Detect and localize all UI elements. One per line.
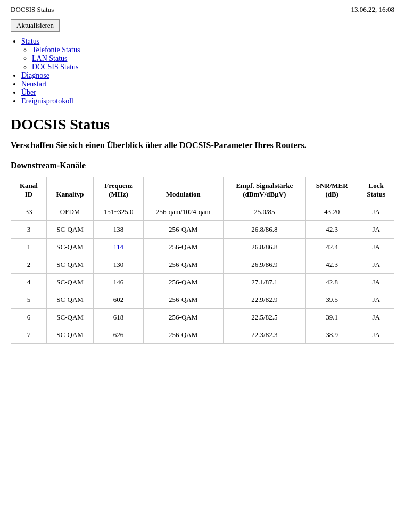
cell-kanal-id: 6 xyxy=(11,309,47,326)
nav-item: Über xyxy=(21,88,394,97)
cell-snr: 39.5 xyxy=(306,291,358,309)
cell-lock: JA xyxy=(358,309,394,326)
freq-link[interactable]: 114 xyxy=(113,243,123,251)
cell-kanaltyp: SC-QAM xyxy=(46,221,94,239)
nav-link[interactable]: Über xyxy=(21,88,36,96)
nav-item: StatusTelefonie StatusLAN StatusDOCSIS S… xyxy=(21,37,394,71)
cell-frequenz: 146 xyxy=(94,274,143,291)
cell-snr: 39.1 xyxy=(306,309,358,326)
cell-kanal-id: 5 xyxy=(11,291,47,309)
cell-snr: 38.9 xyxy=(306,326,358,344)
section-downstream-title: Downstream-Kanäle xyxy=(11,161,394,170)
cell-snr: 42.3 xyxy=(306,221,358,239)
cell-frequenz: 138 xyxy=(94,221,143,239)
cell-frequenz: 151~325.0 xyxy=(94,203,143,221)
table-header: Empf. Signalstärke(dBmV/dBµV) xyxy=(223,177,305,203)
nav-sub-link[interactable]: DOCSIS Status xyxy=(32,63,79,71)
cell-kanaltyp: SC-QAM xyxy=(46,291,94,309)
refresh-button[interactable]: Aktualisieren xyxy=(11,19,60,32)
table-header: Modulation xyxy=(143,177,223,203)
nav-sub-item: DOCSIS Status xyxy=(32,63,394,71)
cell-lock: JA xyxy=(358,291,394,309)
cell-snr: 42.3 xyxy=(306,256,358,274)
navigation: StatusTelefonie StatusLAN StatusDOCSIS S… xyxy=(11,37,394,105)
nav-link[interactable]: Ereignisprotokoll xyxy=(21,97,73,105)
nav-sub-link[interactable]: Telefonie Status xyxy=(32,46,80,54)
table-header: Kanaltyp xyxy=(46,177,94,203)
cell-lock: JA xyxy=(358,326,394,344)
table-row: 33OFDM151~325.0256-qam/1024-qam25.0/8543… xyxy=(11,203,394,221)
nav-item: Neustart xyxy=(21,80,394,88)
top-bar: DOCSIS Status 13.06.22, 16:08 xyxy=(11,5,394,14)
cell-signal: 26.9/86.9 xyxy=(223,256,305,274)
nav-sub-link[interactable]: LAN Status xyxy=(32,54,68,62)
cell-lock: JA xyxy=(358,274,394,291)
table-row: 5SC-QAM602256-QAM22.9/82.939.5JA xyxy=(11,291,394,309)
cell-kanaltyp: SC-QAM xyxy=(46,326,94,344)
cell-lock: JA xyxy=(358,256,394,274)
cell-lock: JA xyxy=(358,221,394,239)
nav-link[interactable]: Neustart xyxy=(21,80,46,88)
cell-frequenz: 114 xyxy=(94,239,143,256)
table-row: 7SC-QAM626256-QAM22.3/82.338.9JA xyxy=(11,326,394,344)
cell-kanal-id: 3 xyxy=(11,221,47,239)
cell-signal: 22.5/82.5 xyxy=(223,309,305,326)
cell-lock: JA xyxy=(358,203,394,221)
cell-modulation: 256-QAM xyxy=(143,221,223,239)
cell-signal: 27.1/87.1 xyxy=(223,274,305,291)
page-title: DOCSIS Status xyxy=(11,116,394,133)
cell-frequenz: 602 xyxy=(94,291,143,309)
app-title: DOCSIS Status xyxy=(11,5,54,14)
nav-link[interactable]: Diagnose xyxy=(21,71,49,79)
cell-signal: 25.0/85 xyxy=(223,203,305,221)
cell-lock: JA xyxy=(358,239,394,256)
cell-modulation: 256-QAM xyxy=(143,291,223,309)
table-header: SNR/MER(dB) xyxy=(306,177,358,203)
cell-modulation: 256-QAM xyxy=(143,256,223,274)
cell-signal: 26.8/86.8 xyxy=(223,239,305,256)
cell-kanal-id: 2 xyxy=(11,256,47,274)
cell-signal: 22.9/82.9 xyxy=(223,291,305,309)
table-row: 2SC-QAM130256-QAM26.9/86.942.3JA xyxy=(11,256,394,274)
datetime: 13.06.22, 16:08 xyxy=(351,5,394,14)
cell-signal: 22.3/82.3 xyxy=(223,326,305,344)
table-header: Frequenz(MHz) xyxy=(94,177,143,203)
table-row: 6SC-QAM618256-QAM22.5/82.539.1JA xyxy=(11,309,394,326)
table-header: LockStatus xyxy=(358,177,394,203)
downstream-table: KanalIDKanaltypFrequenz(MHz)ModulationEm… xyxy=(11,177,394,344)
cell-frequenz: 626 xyxy=(94,326,143,344)
cell-snr: 42.4 xyxy=(306,239,358,256)
table-row: 4SC-QAM146256-QAM27.1/87.142.8JA xyxy=(11,274,394,291)
cell-kanaltyp: OFDM xyxy=(46,203,94,221)
table-header: KanalID xyxy=(11,177,47,203)
cell-frequenz: 130 xyxy=(94,256,143,274)
nav-item: Ereignisprotokoll xyxy=(21,97,394,105)
cell-modulation: 256-QAM xyxy=(143,326,223,344)
cell-kanal-id: 7 xyxy=(11,326,47,344)
nav-sub-item: LAN Status xyxy=(32,54,394,63)
cell-kanaltyp: SC-QAM xyxy=(46,239,94,256)
cell-kanal-id: 33 xyxy=(11,203,47,221)
table-row: 1SC-QAM114256-QAM26.8/86.842.4JA xyxy=(11,239,394,256)
cell-modulation: 256-QAM xyxy=(143,274,223,291)
cell-modulation: 256-QAM xyxy=(143,239,223,256)
cell-signal: 26.8/86.8 xyxy=(223,221,305,239)
cell-kanaltyp: SC-QAM xyxy=(46,256,94,274)
nav-sub-item: Telefonie Status xyxy=(32,46,394,54)
nav-link[interactable]: Status xyxy=(21,37,39,45)
cell-kanal-id: 1 xyxy=(11,239,47,256)
cell-snr: 43.20 xyxy=(306,203,358,221)
cell-kanaltyp: SC-QAM xyxy=(46,309,94,326)
table-row: 3SC-QAM138256-QAM26.8/86.842.3JA xyxy=(11,221,394,239)
nav-item: Diagnose xyxy=(21,71,394,80)
cell-snr: 42.8 xyxy=(306,274,358,291)
cell-frequenz: 618 xyxy=(94,309,143,326)
cell-modulation: 256-QAM xyxy=(143,309,223,326)
cell-kanal-id: 4 xyxy=(11,274,47,291)
cell-kanaltyp: SC-QAM xyxy=(46,274,94,291)
cell-modulation: 256-qam/1024-qam xyxy=(143,203,223,221)
page-subtitle: Verschaffen Sie sich einen Überblick übe… xyxy=(11,140,394,151)
